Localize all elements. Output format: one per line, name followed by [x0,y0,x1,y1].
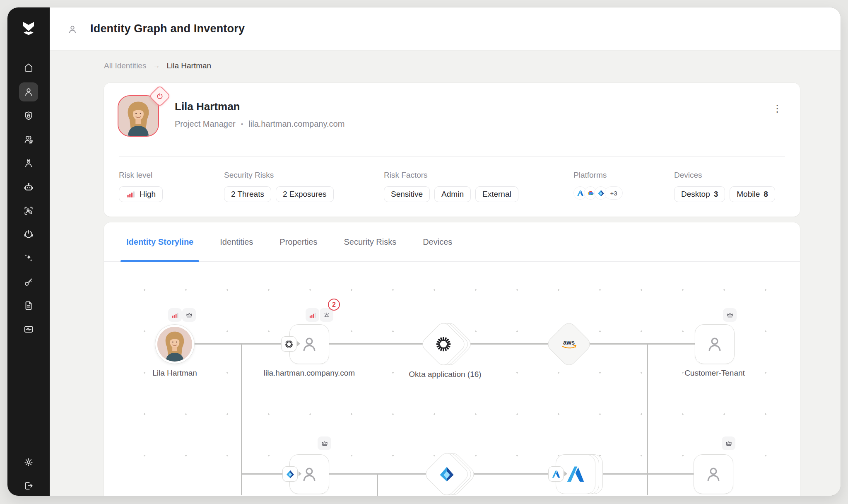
profile-card: Lila Hartman Project Manager • lila.hart… [104,83,800,217]
profile-role: Project Manager [175,119,236,129]
sidebar-item-identities[interactable] [19,82,38,101]
sidebar-item-admin-identity[interactable] [19,154,38,173]
mobile-devices-badge[interactable]: Mobile 8 [730,186,775,202]
risk-factor-sensitive[interactable]: Sensitive [384,186,430,202]
breadcrumb: All Identities → Lila Hartman [104,61,211,70]
alert-count-badge[interactable]: 2 [328,299,340,311]
platforms-section: Platforms +3 [573,171,623,200]
node-tenant-user[interactable] [694,454,733,494]
aws-wordmark: aws [563,339,575,346]
node-label: Customer-Tenant [653,369,777,378]
crown-badge [722,436,735,450]
desktop-label: Desktop [681,190,710,199]
dot-separator: • [241,121,243,128]
crown-badge [723,308,737,322]
profile-subtitle: Project Manager • lila.hartman.company.c… [175,119,344,129]
avatar [118,95,159,137]
sidebar-item-logout[interactable] [19,476,38,495]
risk-factor-admin[interactable]: Admin [434,186,471,202]
risk-level-section: Risk level High [119,171,163,202]
tab-devices[interactable]: Devices [417,222,458,262]
app-window: Identity Graph and Inventory All Identit… [7,7,841,496]
security-risks-label: Security Risks [224,171,334,180]
edge-caret-icon [297,341,300,346]
tab-identities[interactable]: Identities [214,222,259,262]
main-content: All Identities → Lila Hartman [50,51,841,496]
node-lila-hartman[interactable] [155,324,195,364]
mobile-label: Mobile [737,190,760,199]
threats-badge[interactable]: 2 Threats [224,186,271,202]
node-okta-application[interactable] [419,320,467,368]
tab-bar: Identity Storyline Identities Properties… [104,222,800,262]
sidebar-item-home[interactable] [19,58,38,77]
okta-icon [419,320,467,368]
risk-level-label: Risk level [119,171,163,180]
sidebar-item-shield-lock[interactable] [19,106,38,125]
edge-caret-icon [299,471,301,476]
risk-bars-badge [168,308,182,322]
sidebar-item-user-roles[interactable] [19,130,38,149]
node-customer-tenant[interactable] [695,324,735,364]
desktop-devices-badge[interactable]: Desktop 3 [674,186,725,202]
azure-edge-chip [548,466,564,482]
sidebar-item-threat-origin[interactable] [19,225,38,244]
tab-identity-storyline[interactable]: Identity Storyline [120,222,199,262]
devices-section: Devices Desktop 3 Mobile 8 [674,171,775,202]
risk-level-badge[interactable]: High [119,186,163,202]
sidebar-item-ai-sparkles[interactable] [19,248,38,268]
divider [119,156,785,157]
crown-badge [318,436,331,450]
breadcrumb-all-identities[interactable]: All Identities [104,61,146,70]
sidebar-item-settings[interactable] [19,453,38,472]
node-label: Okta application (16) [383,370,507,379]
risk-bars-icon [126,190,136,199]
identity-header-icon [67,24,78,35]
risk-factor-external[interactable]: External [475,186,518,202]
breadcrumb-current: Lila Hartman [166,61,211,70]
platforms-label: Platforms [573,171,623,180]
edge-vertical-right [647,343,648,495]
node-label: lila.hartman.company.com [247,369,371,378]
azure-icon [565,463,586,485]
edge-vertical-stub [377,473,378,496]
okta-edge-chip [281,336,296,352]
sidebar-item-activity-monitor[interactable] [19,320,38,339]
entra-id-icon [423,450,471,496]
storyline-card: Identity Storyline Identities Properties… [104,222,800,496]
sidebar-item-bot[interactable] [19,178,38,197]
risk-level-value: High [140,190,156,199]
page-title: Identity Graph and Inventory [90,22,245,35]
mobile-count: 8 [764,190,768,199]
tab-properties[interactable]: Properties [274,222,323,262]
entra-edge-chip [282,466,298,482]
profile-email: lila.hartman.company.com [248,119,344,129]
siren-badge [320,308,333,322]
crown-badge [182,308,196,322]
kebab-menu-icon[interactable]: ⋮ [770,101,785,116]
sidebar-item-identity-scan[interactable] [19,201,38,220]
edge-caret-icon [564,471,567,476]
security-risks-section: Security Risks 2 Threats 2 Exposures [224,171,334,202]
edge-vertical-left [241,343,242,495]
risk-factors-label: Risk Factors [384,171,518,180]
sidebar-item-reports[interactable] [19,296,38,315]
breadcrumb-arrow-icon: → [153,62,160,70]
app-logo-icon[interactable] [19,19,38,37]
aws-icon: aws [545,320,593,368]
node-label: Lila Hartman [113,369,237,378]
devices-label: Devices [674,171,775,180]
tab-security-risks[interactable]: Security Risks [338,222,402,262]
sidebar-item-access-keys[interactable] [19,272,38,292]
desktop-count: 3 [714,190,718,199]
page-header: Identity Graph and Inventory [50,7,841,51]
risk-bars-badge [306,308,319,322]
node-aws[interactable]: aws [545,320,593,368]
exposures-badge[interactable]: 2 Exposures [276,186,334,202]
sidebar [7,7,50,496]
identity-graph-canvas[interactable]: Lila Hartman 2 lila.hartman.company.com [104,262,800,496]
platforms-more-badge[interactable]: +3 [605,186,623,200]
risk-factors-section: Risk Factors Sensitive Admin External [384,171,518,202]
node-entra-application[interactable] [423,450,471,496]
profile-name: Lila Hartman [175,100,240,113]
